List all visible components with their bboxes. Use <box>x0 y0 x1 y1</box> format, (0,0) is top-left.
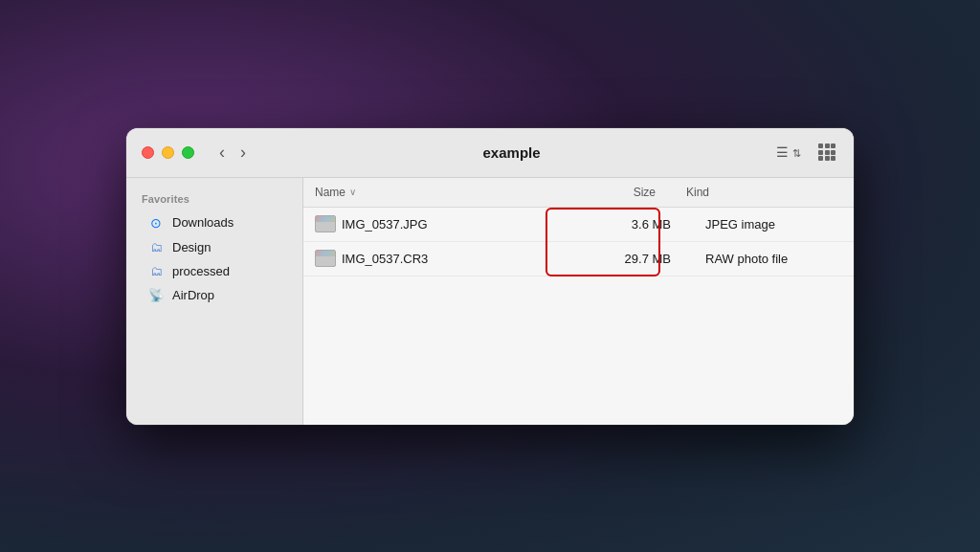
sidebar-item-downloads-label: Downloads <box>172 215 234 230</box>
airdrop-icon: 📡 <box>147 288 165 302</box>
window-body: Favorites ⊙ Downloads 🗂 Design 🗂 process… <box>126 178 854 425</box>
sort-icon: ⇅ <box>792 147 801 159</box>
grid-view-icon <box>818 144 835 161</box>
list-view-icon: ☰ <box>776 144 789 160</box>
sort-arrow-name: ∨ <box>349 187 356 197</box>
nav-buttons: ‹ › <box>213 140 252 165</box>
view-controls: ☰ ⇅ <box>771 142 806 163</box>
sidebar-item-processed-label: processed <box>172 264 230 278</box>
file-size-jpg: 3.6 MB <box>571 217 686 232</box>
table-row[interactable]: IMG_0537.JPG 3.6 MB JPEG image <box>303 208 854 242</box>
minimize-button[interactable] <box>162 146 174 159</box>
file-kind-cr3: RAW photo file <box>686 252 854 266</box>
file-size-cr3: 29.7 MB <box>571 252 686 266</box>
traffic-lights <box>142 146 194 159</box>
title-bar: ‹ › example ☰ ⇅ <box>126 128 854 178</box>
maximize-button[interactable] <box>182 146 194 159</box>
close-button[interactable] <box>142 146 154 159</box>
folder-icon-processed: 🗂 <box>147 264 165 278</box>
file-thumbnail-jpg <box>315 215 336 232</box>
main-content: Name ∨ Size Kind IMG_0537.JPG 3.6 M <box>303 178 854 425</box>
list-view-button[interactable]: ☰ ⇅ <box>771 142 806 163</box>
sidebar-item-downloads[interactable]: ⊙ Downloads <box>132 210 297 235</box>
file-kind-jpg: JPEG image <box>686 217 854 232</box>
table-row[interactable]: IMG_0537.CR3 29.7 MB RAW photo file <box>303 242 854 276</box>
toolbar-right: ☰ ⇅ <box>771 141 838 164</box>
col-header-size[interactable]: Size <box>552 184 667 201</box>
sidebar-item-processed[interactable]: 🗂 processed <box>132 259 297 283</box>
sidebar-item-airdrop[interactable]: 📡 AirDrop <box>132 283 297 307</box>
file-name-cr3: IMG_0537.CR3 <box>342 252 571 266</box>
forward-button[interactable]: › <box>234 140 252 165</box>
col-header-name[interactable]: Name ∨ <box>303 184 552 201</box>
sidebar: Favorites ⊙ Downloads 🗂 Design 🗂 process… <box>126 178 303 425</box>
window-title: example <box>263 144 760 161</box>
file-list-header: Name ∨ Size Kind <box>303 178 854 208</box>
file-list: IMG_0537.JPG 3.6 MB JPEG image IMG_0537.… <box>303 208 854 276</box>
sidebar-item-design-label: Design <box>172 240 211 254</box>
downloads-icon: ⊙ <box>147 215 165 231</box>
file-list-container: IMG_0537.JPG 3.6 MB JPEG image IMG_0537.… <box>303 208 854 425</box>
file-name-jpg: IMG_0537.JPG <box>342 217 571 232</box>
file-thumbnail-cr3 <box>315 250 336 267</box>
sidebar-section-favorites: Favorites <box>126 189 302 210</box>
col-header-kind[interactable]: Kind <box>667 184 854 201</box>
back-button[interactable]: ‹ <box>213 140 231 165</box>
sidebar-item-airdrop-label: AirDrop <box>172 288 214 302</box>
finder-window: ‹ › example ☰ ⇅ Favorites <box>126 128 854 425</box>
folder-icon-design: 🗂 <box>147 240 165 254</box>
sidebar-item-design[interactable]: 🗂 Design <box>132 235 297 259</box>
grid-view-button[interactable] <box>815 141 838 164</box>
